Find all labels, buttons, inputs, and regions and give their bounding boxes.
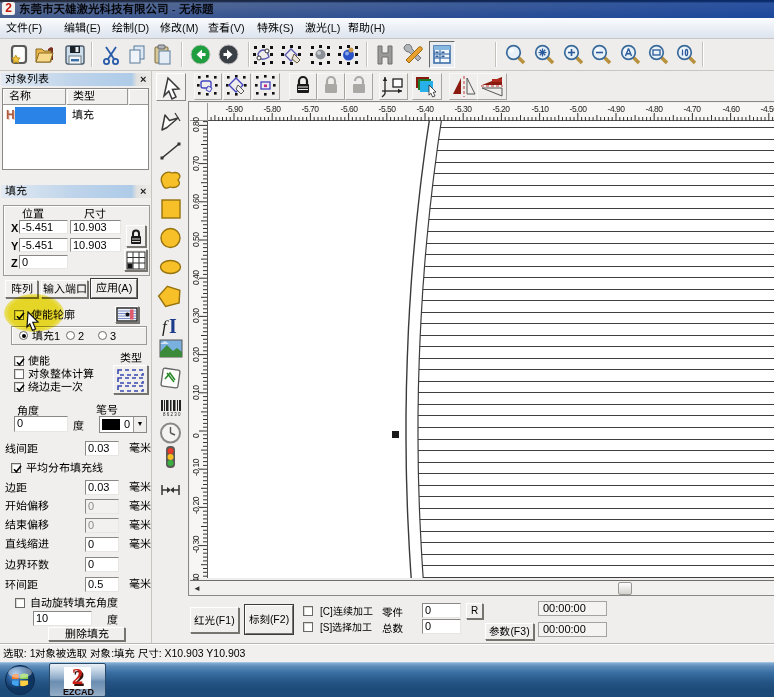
svg-text:I: I bbox=[169, 315, 177, 337]
svg-text:8 6 2 3 0: 8 6 2 3 0 bbox=[163, 412, 181, 417]
svg-text:f: f bbox=[162, 317, 169, 336]
